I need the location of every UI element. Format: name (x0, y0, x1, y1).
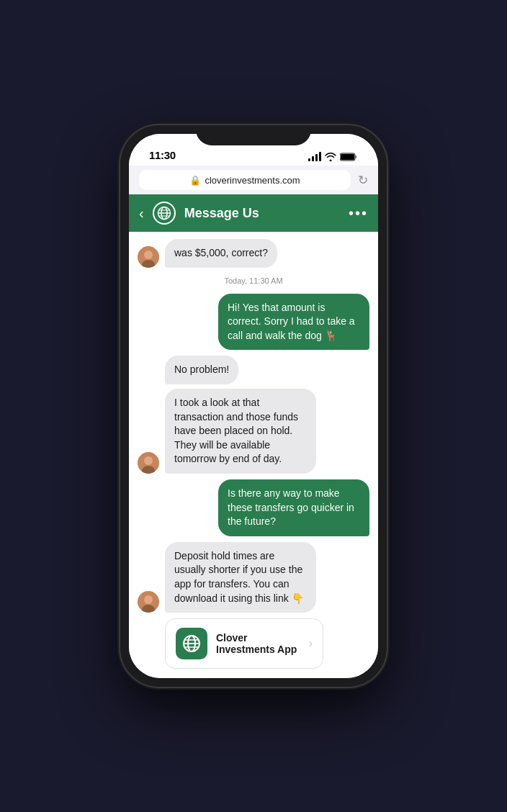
avatar (138, 452, 159, 474)
lock-icon: 🔒 (189, 175, 201, 186)
avatar (138, 246, 159, 268)
message-timestamp: Today, 11:30 AM (138, 276, 369, 285)
app-name-label: Clover Investments App (216, 632, 300, 655)
status-time: 11:30 (149, 149, 176, 161)
back-button[interactable]: ‹ (139, 205, 144, 222)
chat-header: ‹ Message Us ••• (129, 194, 378, 232)
app-icon (176, 628, 207, 659)
svg-point-9 (144, 456, 153, 465)
phone-notch (196, 125, 311, 145)
message-row: No problem! (138, 356, 369, 384)
wifi-icon (325, 153, 336, 161)
message-bubble: Deposit hold times are usually shorter i… (165, 542, 316, 613)
message-bubble: No problem! (165, 356, 238, 384)
reload-button[interactable]: ↻ (358, 173, 368, 188)
svg-rect-1 (341, 154, 354, 160)
phone-screen: 11:30 (129, 134, 378, 678)
url-bar[interactable]: 🔒 cloverinvestments.com (139, 170, 351, 190)
message-group: No problem! I took a look at that transa… (138, 356, 369, 474)
message-bubble: was $5,000, correct? (165, 239, 277, 268)
message-row: Hi! Yes that amount is correct. Sorry I … (138, 294, 369, 351)
svg-point-12 (144, 595, 153, 604)
message-bubble: I took a look at that transaction and th… (165, 389, 316, 474)
message-with-card-group: Deposit hold times are usually shorter i… (138, 542, 369, 669)
message-row: I took a look at that transaction and th… (138, 389, 369, 474)
message-bubble: Hi! Yes that amount is correct. Sorry I … (218, 294, 369, 351)
browser-bar: 🔒 cloverinvestments.com ↻ (129, 166, 378, 194)
message-row: was $5,000, correct? (138, 239, 369, 268)
phone-frame: 11:30 (120, 125, 387, 687)
url-text: cloverinvestments.com (205, 175, 300, 186)
chat-title: Message Us (184, 206, 340, 221)
globe-icon (153, 202, 176, 225)
battery-icon (340, 153, 358, 161)
message-bubble: Is there any way to make these transfers… (218, 479, 369, 536)
more-options-button[interactable]: ••• (349, 205, 368, 222)
avatar (138, 591, 159, 613)
svg-point-6 (144, 251, 153, 259)
signal-icon (308, 152, 321, 161)
message-row: Is there any way to make these transfers… (138, 479, 369, 536)
chevron-right-icon: › (309, 637, 313, 650)
app-link-card[interactable]: Clover Investments App › (165, 618, 323, 669)
message-row: Deposit hold times are usually shorter i… (138, 542, 369, 613)
status-icons (308, 152, 358, 161)
chat-area: was $5,000, correct? Today, 11:30 AM Hi!… (129, 232, 378, 678)
